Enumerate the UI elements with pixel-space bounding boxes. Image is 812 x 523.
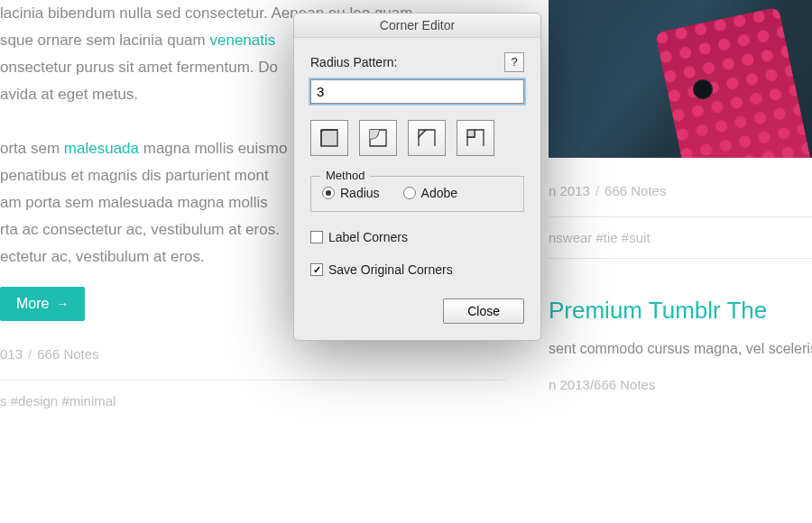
radius-pattern-label: Radius Pattern:: [310, 55, 398, 69]
text: magna mollis euismo: [139, 140, 287, 157]
checkbox-checked-icon: [310, 263, 323, 276]
text: penatibus et magnis dis parturient mont: [0, 167, 269, 184]
post-tags-right: nswear #tie #suit: [549, 216, 812, 259]
suit-button-icon: [693, 79, 713, 99]
save-original-checkbox[interactable]: Save Original Corners: [310, 262, 524, 277]
dialog-body: Radius Pattern: ? Method Radius: [294, 38, 540, 340]
meta-date: n 2013: [549, 183, 590, 198]
corner-inset-icon: [464, 126, 487, 150]
meta-notes: 666 Notes: [604, 183, 666, 198]
text: avida at eget metus.: [0, 86, 138, 103]
post-meta-left: 013/666 Notes: [0, 346, 505, 362]
radius-pattern-input[interactable]: [310, 79, 524, 104]
meta-notes: 666 Notes: [594, 377, 655, 392]
radio-selected-icon: [322, 187, 335, 199]
text: orta sem: [0, 140, 64, 157]
post-tags-left: s #design #minimal: [0, 380, 505, 408]
radio-unselected-icon: [403, 187, 416, 199]
radio-label: Adobe: [421, 186, 457, 200]
text: sque ornare sem lacinia quam: [0, 32, 209, 49]
post-title[interactable]: Premium Tumblr The: [549, 297, 812, 325]
post-meta-right-2: n 2013/666 Notes: [549, 377, 812, 392]
checkbox-label: Label Corners: [328, 230, 408, 244]
arrow-right-icon: →: [52, 297, 69, 311]
corner-style-rounded-convex[interactable]: [310, 120, 348, 156]
right-column: n 2013/666 Notes nswear #tie #suit Premi…: [549, 0, 812, 392]
text: am porta sem malesuada magna mollis: [0, 194, 268, 211]
corner-style-row: [310, 120, 524, 156]
more-button[interactable]: More →: [0, 287, 85, 321]
text: onsectetur purus sit amet fermentum. Do: [0, 59, 278, 76]
radio-label: Radius: [340, 186, 380, 200]
dialog-title[interactable]: Corner Editor: [294, 14, 540, 38]
meta-notes: 666 Notes: [37, 346, 98, 362]
meta-date: 013: [0, 346, 23, 362]
checkbox-label: Save Original Corners: [328, 262, 453, 277]
more-label: More: [16, 296, 49, 311]
corner-editor-dialog: Corner Editor Radius Pattern: ? Method: [293, 13, 541, 341]
method-radio-radius[interactable]: Radius: [322, 186, 380, 200]
corner-style-chamfer[interactable]: [408, 120, 446, 156]
label-corners-checkbox[interactable]: Label Corners: [310, 230, 524, 244]
corner-chamfer-icon: [415, 126, 438, 150]
method-legend: Method: [320, 169, 370, 182]
link-malesuada[interactable]: malesuada: [64, 140, 139, 157]
checkbox-unchecked-icon: [310, 231, 323, 243]
corner-style-inset[interactable]: [457, 120, 494, 156]
post-meta-right: n 2013/666 Notes: [549, 183, 812, 198]
corner-style-rounded-concave[interactable]: [359, 120, 397, 156]
close-button[interactable]: Close: [443, 298, 524, 324]
method-fieldset: Method Radius Adobe: [310, 176, 524, 212]
corner-rounded-convex-icon: [318, 126, 341, 150]
text: rta ac consectetur ac, vestibulum at ero…: [0, 221, 280, 238]
post-image-suit: [549, 0, 812, 158]
help-button[interactable]: ?: [504, 52, 524, 72]
text: ectetur ac, vestibulum at eros.: [0, 248, 205, 265]
post-subtitle: sent commodo cursus magna, vel scelerisq: [549, 341, 812, 357]
method-radio-adobe[interactable]: Adobe: [403, 186, 457, 200]
corner-rounded-concave-icon: [366, 126, 390, 150]
meta-date: n 2013: [549, 377, 590, 392]
link-venenatis[interactable]: venenatis: [209, 32, 275, 49]
